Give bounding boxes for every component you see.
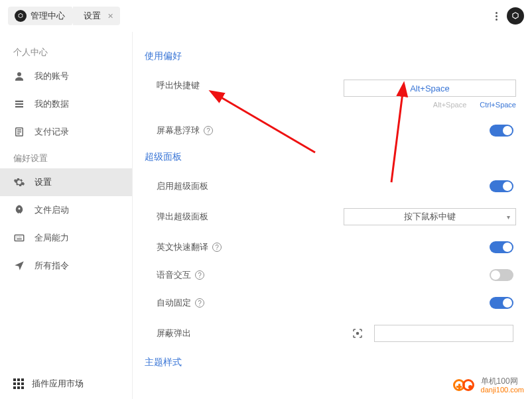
select-popup-trigger[interactable]: 按下鼠标中键 ▾ xyxy=(344,208,516,225)
hotkey-presets: Alt+Space Ctrl+Space xyxy=(344,101,516,109)
hotkey-option-ctrl-space[interactable]: Ctrl+Space xyxy=(480,101,516,109)
sidebar-item-label: 全局能力 xyxy=(34,232,69,244)
row-label: 英文快速翻译 xyxy=(157,241,208,253)
row-label: 弹出超级面板 xyxy=(157,211,208,223)
toggle-floatball[interactable] xyxy=(490,125,513,137)
row-label: 语音交互 xyxy=(157,269,191,281)
chevron-down-icon: ▾ xyxy=(507,213,510,221)
sidebar-section-title: 个人中心 xyxy=(0,40,132,62)
scan-icon[interactable] xyxy=(352,327,364,339)
breadcrumb-current[interactable]: 设置 ✕ xyxy=(73,7,120,25)
sidebar-item-label: 设置 xyxy=(34,176,52,188)
kebab-menu-icon[interactable] xyxy=(493,9,500,23)
sidebar-item-settings[interactable]: 设置 xyxy=(0,168,132,196)
gear-icon xyxy=(13,176,25,188)
svg-rect-5 xyxy=(15,235,24,241)
sidebar-section-title: 偏好设置 xyxy=(0,146,132,168)
sidebar-item-label: 我的数据 xyxy=(34,98,69,110)
row-translate: 英文快速翻译 ? xyxy=(145,233,513,261)
watermark-name: 单机100网 xyxy=(481,377,524,386)
group-title-theme: 主题样式 xyxy=(145,357,513,369)
breadcrumb-root-label: 管理中心 xyxy=(31,10,65,22)
brand-icon[interactable] xyxy=(507,7,524,25)
sidebar-item-label: 文件启动 xyxy=(34,204,69,216)
keyboard-icon xyxy=(13,232,25,244)
sidebar-item-account[interactable]: 我的账号 xyxy=(0,62,132,90)
toggle-translate[interactable] xyxy=(490,241,513,253)
svg-rect-3 xyxy=(15,106,23,107)
select-value: 按下鼠标中键 xyxy=(404,211,456,223)
sidebar: 个人中心 我的账号 我的数据 支付记录 偏好设置 设置 xyxy=(0,32,133,399)
user-icon xyxy=(13,70,25,82)
hotkey-input[interactable]: Alt+Space xyxy=(344,80,516,97)
rocket-icon xyxy=(13,204,25,216)
app-logo-icon xyxy=(15,10,27,22)
watermark-logo-icon xyxy=(453,378,477,392)
breadcrumb-root[interactable]: 管理中心 xyxy=(8,7,72,25)
row-label: 屏幕悬浮球 xyxy=(157,125,200,137)
hotkey-value: Alt+Space xyxy=(410,84,450,93)
row-label: 屏蔽弹出 xyxy=(157,327,191,339)
help-icon[interactable]: ? xyxy=(195,298,204,308)
sidebar-item-label: 所有指令 xyxy=(34,260,69,272)
row-hotkey: 呼出快捷键 Alt+Space Alt+Space Ctrl+Space xyxy=(145,72,513,117)
row-voice: 语音交互 ? xyxy=(145,261,513,289)
sidebar-plugin-label: 插件应用市场 xyxy=(32,378,84,390)
help-icon[interactable]: ? xyxy=(212,243,222,252)
svg-point-6 xyxy=(357,333,359,335)
row-label: 启用超级面板 xyxy=(157,180,208,192)
watermark: 单机100网 danji100.com xyxy=(453,377,524,394)
sidebar-item-global[interactable]: 全局能力 xyxy=(0,224,132,252)
sidebar-item-data[interactable]: 我的数据 xyxy=(0,90,132,118)
sidebar-plugin-market[interactable]: 插件应用市场 xyxy=(0,369,132,399)
row-floatball: 屏幕悬浮球 ? xyxy=(145,117,513,144)
help-icon[interactable]: ? xyxy=(204,126,213,135)
row-popup-superpanel: 弹出超级面板 按下鼠标中键 ▾ xyxy=(145,200,513,233)
settings-content: 使用偏好 呼出快捷键 Alt+Space Alt+Space Ctrl+Spac… xyxy=(133,32,532,399)
toggle-enable-superpanel[interactable] xyxy=(490,180,513,192)
toggle-autofix[interactable] xyxy=(490,297,513,309)
watermark-url: danji100.com xyxy=(481,386,524,394)
sidebar-item-file-launch[interactable]: 文件启动 xyxy=(0,196,132,224)
receipt-icon xyxy=(13,126,25,138)
toggle-voice[interactable] xyxy=(490,269,513,281)
row-label: 呼出快捷键 xyxy=(157,80,200,91)
help-icon[interactable]: ? xyxy=(195,270,204,280)
svg-point-0 xyxy=(17,72,21,76)
row-label: 自动固定 xyxy=(157,297,191,309)
group-title-superpanel: 超级面板 xyxy=(145,151,513,163)
sidebar-item-payments[interactable]: 支付记录 xyxy=(0,118,132,146)
group-title-preferences: 使用偏好 xyxy=(145,50,513,62)
list-icon xyxy=(13,98,25,110)
grid-icon xyxy=(13,378,24,389)
sidebar-item-commands[interactable]: 所有指令 xyxy=(0,252,132,280)
breadcrumb: 管理中心 设置 ✕ xyxy=(8,7,120,25)
hotkey-option-alt-space[interactable]: Alt+Space xyxy=(433,101,466,109)
row-autofix: 自动固定 ? xyxy=(145,289,513,317)
sidebar-item-label: 支付记录 xyxy=(34,126,69,138)
sidebar-item-label: 我的账号 xyxy=(34,70,69,82)
svg-rect-2 xyxy=(15,103,23,105)
svg-rect-1 xyxy=(15,101,23,102)
block-popup-input[interactable] xyxy=(374,325,513,342)
close-icon[interactable]: ✕ xyxy=(107,12,113,21)
breadcrumb-current-label: 设置 xyxy=(84,10,101,22)
send-icon xyxy=(13,260,25,272)
row-block-popup: 屏蔽弹出 xyxy=(145,317,513,350)
row-enable-superpanel: 启用超级面板 xyxy=(145,172,513,200)
